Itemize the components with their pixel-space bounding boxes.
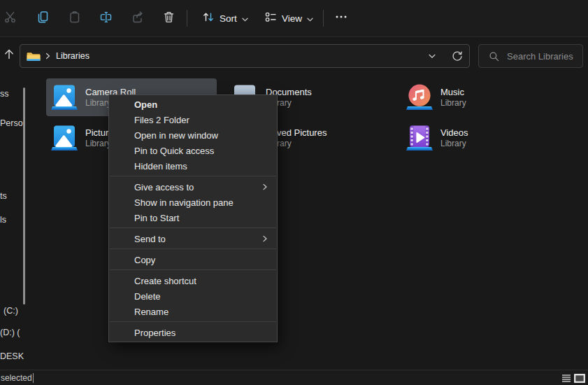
status-divider <box>33 373 34 383</box>
menu-item-delete[interactable]: Delete <box>109 288 277 304</box>
nav-item-fragment[interactable]: ts <box>0 191 7 201</box>
status-bar: selected <box>0 370 588 385</box>
address-dropdown-button[interactable] <box>422 46 442 66</box>
menu-separator <box>110 270 276 270</box>
menu-separator <box>110 176 276 176</box>
search-box[interactable] <box>478 44 583 68</box>
share-button[interactable] <box>124 6 150 31</box>
refresh-button[interactable] <box>447 46 467 66</box>
sort-button[interactable]: Sort <box>196 6 254 31</box>
item-type: Library <box>440 139 468 149</box>
pictures-library-icon <box>50 124 78 152</box>
details-view-icon <box>561 374 571 383</box>
see-more-button[interactable] <box>329 6 354 31</box>
menu-item-label: Create shortcut <box>134 276 196 286</box>
toolbar-separator <box>187 10 187 27</box>
menu-item-pin-to-quick-access[interactable]: Pin to Quick access <box>109 143 277 158</box>
nav-item-fragment[interactable]: (D:) ( <box>0 328 20 337</box>
nav-item-fragment[interactable]: DESK <box>0 351 24 361</box>
view-button[interactable]: View <box>259 6 319 31</box>
chevron-down-icon <box>307 12 313 24</box>
scissors-icon <box>3 10 17 27</box>
view-label: View <box>282 13 302 24</box>
nav-item-fragment[interactable]: ss <box>0 89 9 99</box>
pictures-library-icon <box>50 83 78 111</box>
chevron-down-icon <box>242 12 248 24</box>
menu-item-show-in-navigation-pane[interactable]: Show in navigation pane <box>109 195 277 210</box>
cut-button[interactable] <box>0 6 22 31</box>
menu-item-open-in-new-window[interactable]: Open in new window <box>109 127 277 143</box>
item-name: Videos <box>440 127 468 139</box>
menu-item-hidden-items[interactable]: Hidden items <box>109 158 277 174</box>
menu-item-copy[interactable]: Copy <box>109 252 277 267</box>
music-library-icon <box>406 83 433 111</box>
nav-scrollbar[interactable] <box>23 88 25 304</box>
menu-item-label: Open in new window <box>134 130 218 141</box>
command-toolbar: Sort View <box>0 0 588 37</box>
menu-item-pin-to-start[interactable]: Pin to Start <box>109 210 277 225</box>
context-menu: OpenFiles 2 FolderOpen in new windowPin … <box>108 94 278 342</box>
menu-item-open[interactable]: Open <box>109 97 277 112</box>
library-item-music[interactable]: MusicLibrary <box>401 78 572 116</box>
selection-status: selected <box>1 373 32 383</box>
menu-item-label: Show in navigation pane <box>134 197 234 208</box>
navigate-up-button[interactable] <box>0 43 18 67</box>
menu-item-give-access-to[interactable]: Give access to <box>109 179 277 195</box>
trash-icon <box>162 10 175 27</box>
sort-icon <box>202 10 215 26</box>
view-icon <box>264 10 277 26</box>
videos-library-icon <box>406 124 433 152</box>
submenu-chevron-icon <box>263 235 267 242</box>
nav-item-fragment[interactable]: Perso <box>0 118 23 128</box>
search-input[interactable] <box>505 50 585 62</box>
menu-item-label: Give access to <box>134 182 194 192</box>
address-row: Libraries <box>0 37 588 74</box>
menu-separator <box>110 321 276 322</box>
rename-button[interactable] <box>93 6 118 31</box>
rename-icon <box>99 10 113 27</box>
menu-item-files-2-folder[interactable]: Files 2 Folder <box>109 112 277 127</box>
menu-item-label: Rename <box>134 307 168 317</box>
breadcrumb-chevron-icon <box>45 52 50 59</box>
nav-item-fragment[interactable]: (C:) <box>3 306 18 316</box>
copy-icon <box>36 10 50 27</box>
content-area: ssPersotsls(C:)(D:) (DESK Camera RollLib… <box>0 74 588 370</box>
delete-button[interactable] <box>156 6 181 31</box>
address-bar[interactable]: Libraries <box>20 44 470 68</box>
clipboard-icon <box>68 10 81 27</box>
menu-separator <box>110 248 276 249</box>
up-arrow-icon <box>3 48 15 63</box>
menu-item-properties[interactable]: Properties <box>109 325 277 340</box>
item-type: Library <box>440 98 466 108</box>
file-explorer-window: Sort View <box>0 0 588 385</box>
search-icon <box>489 51 499 62</box>
folder-icon <box>27 51 41 62</box>
toolbar-separator <box>323 10 324 27</box>
copy-button[interactable] <box>30 6 55 31</box>
sort-label: Sort <box>220 13 237 24</box>
thumbnails-view-icon <box>574 374 585 383</box>
menu-item-label: Pin to Quick access <box>134 146 214 156</box>
item-name: Music <box>440 87 466 98</box>
menu-item-label: Copy <box>134 255 155 265</box>
menu-separator <box>110 227 276 228</box>
paste-button[interactable] <box>62 6 87 31</box>
menu-item-label: Properties <box>134 328 175 338</box>
menu-item-label: Send to <box>134 234 166 244</box>
menu-item-rename[interactable]: Rename <box>109 304 277 319</box>
ellipsis-icon <box>334 10 348 26</box>
library-item-videos[interactable]: VideosLibrary <box>401 119 572 157</box>
menu-item-create-shortcut[interactable]: Create shortcut <box>109 273 277 288</box>
menu-item-label: Files 2 Folder <box>134 115 189 125</box>
breadcrumb-location[interactable]: Libraries <box>56 51 89 61</box>
menu-item-send-to[interactable]: Send to <box>109 231 277 246</box>
submenu-chevron-icon <box>263 183 267 190</box>
nav-item-fragment[interactable]: ls <box>0 215 6 225</box>
details-view-button[interactable] <box>560 373 573 384</box>
menu-item-label: Open <box>134 99 157 110</box>
thumbnails-view-button[interactable] <box>573 373 586 384</box>
share-icon <box>131 10 144 27</box>
menu-item-label: Delete <box>134 291 161 302</box>
menu-item-label: Hidden items <box>134 161 187 172</box>
menu-item-label: Pin to Start <box>134 213 179 223</box>
